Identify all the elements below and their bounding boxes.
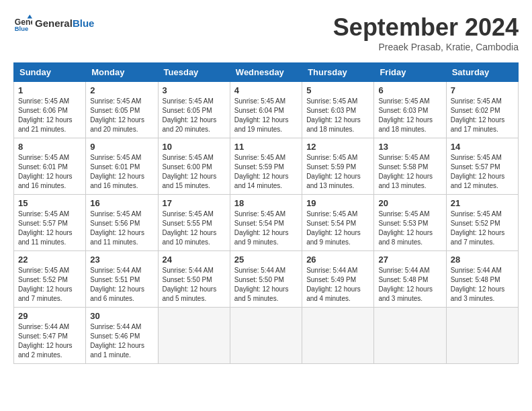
day-number: 24 bbox=[163, 255, 226, 265]
table-row: 24 Sunrise: 5:44 AMSunset: 5:50 PMDaylig… bbox=[158, 251, 230, 308]
cell-info: Sunrise: 5:44 AMSunset: 5:46 PMDaylight:… bbox=[90, 323, 144, 359]
day-number: 15 bbox=[18, 198, 81, 208]
cell-info: Sunrise: 5:44 AMSunset: 5:49 PMDaylight:… bbox=[306, 267, 361, 302]
cell-info: Sunrise: 5:45 AMSunset: 5:58 PMDaylight:… bbox=[378, 154, 433, 189]
table-row bbox=[446, 308, 518, 364]
cell-info: Sunrise: 5:45 AMSunset: 6:03 PMDaylight:… bbox=[306, 97, 361, 133]
day-number: 3 bbox=[163, 85, 226, 95]
table-row bbox=[374, 308, 446, 364]
table-row: 21 Sunrise: 5:45 AMSunset: 5:52 PMDaylig… bbox=[446, 195, 518, 251]
table-row: 10 Sunrise: 5:45 AMSunset: 6:00 PMDaylig… bbox=[158, 138, 230, 195]
calendar-body: 1 Sunrise: 5:45 AMSunset: 6:06 PMDayligh… bbox=[14, 82, 519, 364]
day-number: 10 bbox=[163, 142, 226, 152]
day-number: 6 bbox=[378, 85, 441, 95]
table-row: 19 Sunrise: 5:45 AMSunset: 5:54 PMDaylig… bbox=[302, 195, 374, 251]
cell-info: Sunrise: 5:45 AMSunset: 5:52 PMDaylight:… bbox=[451, 210, 505, 246]
day-number: 7 bbox=[451, 85, 514, 95]
table-row: 2 Sunrise: 5:45 AMSunset: 6:05 PMDayligh… bbox=[86, 82, 158, 138]
logo-general: General bbox=[35, 17, 73, 29]
table-row: 1 Sunrise: 5:45 AMSunset: 6:06 PMDayligh… bbox=[14, 82, 86, 138]
cell-info: Sunrise: 5:45 AMSunset: 6:04 PMDaylight:… bbox=[234, 97, 289, 133]
day-number: 13 bbox=[378, 142, 441, 152]
table-row bbox=[302, 308, 374, 364]
calendar-row: 22 Sunrise: 5:45 AMSunset: 5:52 PMDaylig… bbox=[14, 251, 519, 308]
calendar-row: 1 Sunrise: 5:45 AMSunset: 6:06 PMDayligh… bbox=[14, 82, 519, 138]
col-thursday: Thursday bbox=[302, 63, 374, 82]
cell-info: Sunrise: 5:45 AMSunset: 6:00 PMDaylight:… bbox=[163, 154, 217, 189]
calendar-table: Sunday Monday Tuesday Wednesday Thursday… bbox=[13, 62, 519, 364]
day-number: 23 bbox=[90, 255, 153, 265]
calendar-row: 15 Sunrise: 5:45 AMSunset: 5:57 PMDaylig… bbox=[14, 195, 519, 251]
table-row: 29 Sunrise: 5:44 AMSunset: 5:47 PMDaylig… bbox=[14, 308, 86, 364]
day-number: 26 bbox=[306, 255, 369, 265]
cell-info: Sunrise: 5:45 AMSunset: 5:59 PMDaylight:… bbox=[306, 154, 361, 189]
calendar-row: 29 Sunrise: 5:44 AMSunset: 5:47 PMDaylig… bbox=[14, 308, 519, 364]
day-number: 21 bbox=[451, 198, 514, 208]
cell-info: Sunrise: 5:45 AMSunset: 5:56 PMDaylight:… bbox=[90, 210, 144, 246]
day-number: 28 bbox=[451, 255, 514, 265]
table-row: 28 Sunrise: 5:44 AMSunset: 5:48 PMDaylig… bbox=[446, 251, 518, 308]
table-row: 9 Sunrise: 5:45 AMSunset: 6:01 PMDayligh… bbox=[86, 138, 158, 195]
day-number: 9 bbox=[90, 142, 153, 152]
day-number: 11 bbox=[234, 142, 298, 152]
cell-info: Sunrise: 5:45 AMSunset: 5:55 PMDaylight:… bbox=[163, 210, 217, 246]
day-number: 27 bbox=[378, 255, 441, 265]
table-row: 27 Sunrise: 5:44 AMSunset: 5:48 PMDaylig… bbox=[374, 251, 446, 308]
cell-info: Sunrise: 5:45 AMSunset: 6:01 PMDaylight:… bbox=[90, 154, 144, 189]
day-number: 17 bbox=[163, 198, 226, 208]
table-row bbox=[230, 308, 302, 364]
table-row: 8 Sunrise: 5:45 AMSunset: 6:01 PMDayligh… bbox=[14, 138, 86, 195]
table-row: 14 Sunrise: 5:45 AMSunset: 5:57 PMDaylig… bbox=[446, 138, 518, 195]
cell-info: Sunrise: 5:45 AMSunset: 5:59 PMDaylight:… bbox=[234, 154, 289, 189]
table-row: 4 Sunrise: 5:45 AMSunset: 6:04 PMDayligh… bbox=[230, 82, 302, 138]
cell-info: Sunrise: 5:45 AMSunset: 5:53 PMDaylight:… bbox=[378, 210, 433, 246]
cell-info: Sunrise: 5:45 AMSunset: 5:54 PMDaylight:… bbox=[234, 210, 289, 246]
title-area: September 2024 Preaek Prasab, Kratie, Ca… bbox=[333, 13, 519, 52]
day-number: 30 bbox=[90, 311, 153, 321]
day-number: 20 bbox=[378, 198, 441, 208]
table-row: 12 Sunrise: 5:45 AMSunset: 5:59 PMDaylig… bbox=[302, 138, 374, 195]
cell-info: Sunrise: 5:45 AMSunset: 6:05 PMDaylight:… bbox=[163, 97, 217, 133]
location-subtitle: Preaek Prasab, Kratie, Cambodia bbox=[333, 42, 519, 52]
cell-info: Sunrise: 5:45 AMSunset: 5:57 PMDaylight:… bbox=[18, 210, 73, 246]
month-title: September 2024 bbox=[333, 13, 519, 42]
cell-info: Sunrise: 5:44 AMSunset: 5:50 PMDaylight:… bbox=[234, 267, 289, 302]
calendar-row: 8 Sunrise: 5:45 AMSunset: 6:01 PMDayligh… bbox=[14, 138, 519, 195]
table-row: 25 Sunrise: 5:44 AMSunset: 5:50 PMDaylig… bbox=[230, 251, 302, 308]
svg-text:Blue: Blue bbox=[15, 26, 28, 32]
col-friday: Friday bbox=[374, 63, 446, 82]
col-tuesday: Tuesday bbox=[158, 63, 230, 82]
table-row: 18 Sunrise: 5:45 AMSunset: 5:54 PMDaylig… bbox=[230, 195, 302, 251]
day-number: 14 bbox=[451, 142, 514, 152]
cell-info: Sunrise: 5:44 AMSunset: 5:50 PMDaylight:… bbox=[163, 267, 217, 302]
cell-info: Sunrise: 5:45 AMSunset: 6:05 PMDaylight:… bbox=[90, 97, 144, 133]
cell-info: Sunrise: 5:45 AMSunset: 6:06 PMDaylight:… bbox=[18, 97, 73, 133]
col-wednesday: Wednesday bbox=[230, 63, 302, 82]
cell-info: Sunrise: 5:44 AMSunset: 5:47 PMDaylight:… bbox=[18, 323, 73, 359]
day-number: 18 bbox=[234, 198, 298, 208]
logo-blue: Blue bbox=[73, 17, 95, 29]
day-number: 12 bbox=[306, 142, 369, 152]
table-row: 7 Sunrise: 5:45 AMSunset: 6:02 PMDayligh… bbox=[446, 82, 518, 138]
table-row: 26 Sunrise: 5:44 AMSunset: 5:49 PMDaylig… bbox=[302, 251, 374, 308]
table-row: 15 Sunrise: 5:45 AMSunset: 5:57 PMDaylig… bbox=[14, 195, 86, 251]
day-number: 4 bbox=[234, 85, 298, 95]
col-sunday: Sunday bbox=[14, 63, 86, 82]
col-monday: Monday bbox=[86, 63, 158, 82]
header: General Blue GeneralBlue September 2024 … bbox=[13, 13, 519, 52]
cell-info: Sunrise: 5:44 AMSunset: 5:48 PMDaylight:… bbox=[378, 267, 433, 302]
cell-info: Sunrise: 5:45 AMSunset: 5:57 PMDaylight:… bbox=[451, 154, 505, 189]
day-number: 22 bbox=[18, 255, 81, 265]
day-number: 1 bbox=[18, 85, 81, 95]
table-row: 17 Sunrise: 5:45 AMSunset: 5:55 PMDaylig… bbox=[158, 195, 230, 251]
table-row: 30 Sunrise: 5:44 AMSunset: 5:46 PMDaylig… bbox=[86, 308, 158, 364]
table-row: 22 Sunrise: 5:45 AMSunset: 5:52 PMDaylig… bbox=[14, 251, 86, 308]
cell-info: Sunrise: 5:45 AMSunset: 5:54 PMDaylight:… bbox=[306, 210, 361, 246]
day-number: 5 bbox=[306, 85, 369, 95]
day-number: 19 bbox=[306, 198, 369, 208]
cell-info: Sunrise: 5:44 AMSunset: 5:51 PMDaylight:… bbox=[90, 267, 144, 302]
cell-info: Sunrise: 5:45 AMSunset: 5:52 PMDaylight:… bbox=[18, 267, 73, 302]
day-number: 16 bbox=[90, 198, 153, 208]
days-of-week-row: Sunday Monday Tuesday Wednesday Thursday… bbox=[14, 63, 519, 82]
table-row bbox=[158, 308, 230, 364]
